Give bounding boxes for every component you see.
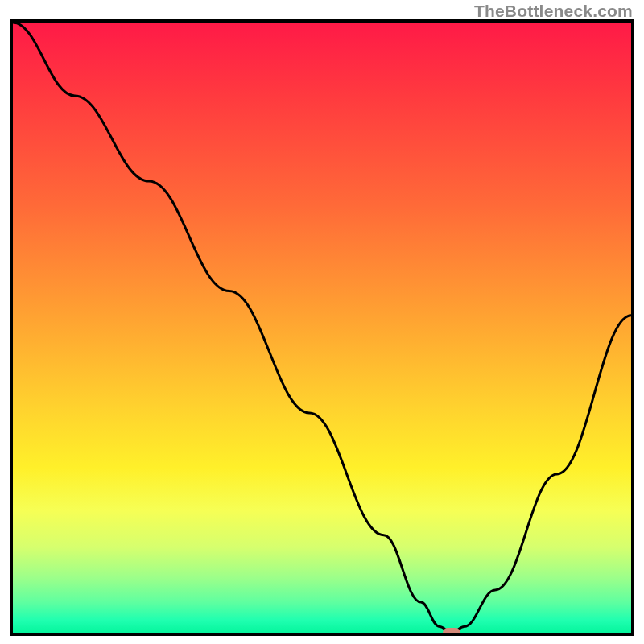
chart-frame — [10, 19, 634, 636]
minimum-marker — [443, 628, 460, 636]
bottleneck-curve — [13, 23, 631, 633]
curve-path — [13, 23, 631, 633]
watermark-text: TheBottleneck.com — [474, 2, 633, 21]
